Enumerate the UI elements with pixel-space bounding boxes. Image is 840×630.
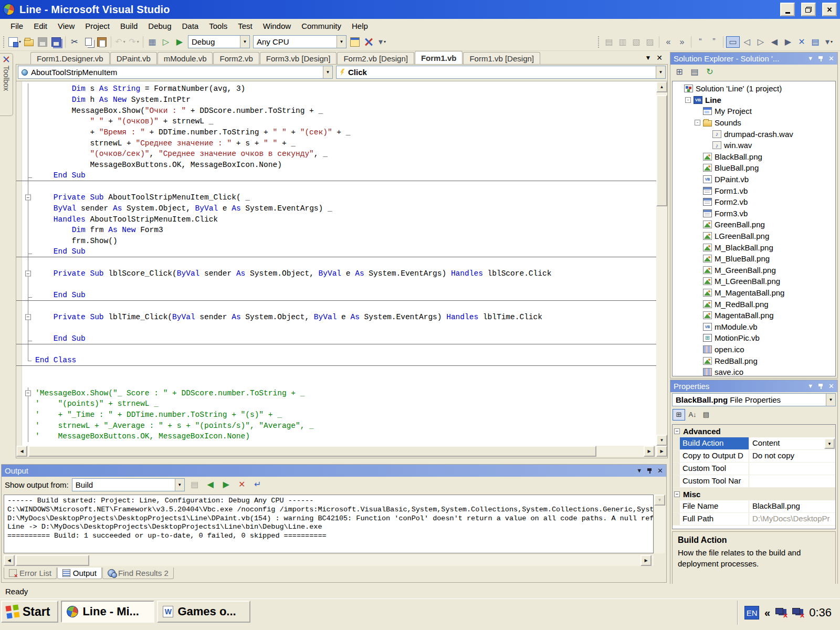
toggle-bookmark-button[interactable]: ▭ [726,36,740,48]
find-message-button[interactable]: ▤ [188,478,202,491]
alphabetical-button[interactable]: A↓ [686,409,699,421]
category-advanced[interactable]: −Advanced [673,425,835,437]
scroll-right-icon[interactable]: ▶ [644,446,655,457]
configuration-combo[interactable]: Debug ▼ [188,35,250,48]
open-file-button[interactable] [22,35,36,49]
event-dropdown[interactable]: Click ▼ [336,66,666,79]
tab-form2-vb-design[interactable]: Form2.vb [Design] [337,52,414,64]
decrease-indent-button[interactable]: « [662,35,675,49]
menu-item-project[interactable]: Project [80,20,115,32]
previous-message-button[interactable]: ◀ [204,478,217,491]
paste-button[interactable] [95,35,109,49]
horizontal-scroll-thumb[interactable] [16,555,89,566]
task-line-mi[interactable]: Line - Mi... [61,601,154,623]
fold-margin[interactable] [16,344,35,355]
word-wrap-button[interactable]: ↵ [251,478,265,491]
tree-item-my-project[interactable]: My Project [673,106,835,117]
tree-item-m-redball-png[interactable]: M_RedBall.png [673,298,835,310]
auto-hide-pin-icon[interactable] [818,56,824,62]
minimize-button[interactable] [780,3,795,16]
fold-margin[interactable] [16,181,35,192]
toolbar-overflow-button[interactable]: ▾▾ [375,35,389,49]
tree-item-m-blueball-png[interactable]: M_BlueBall.png [673,253,835,265]
code-line[interactable]: End Sub [16,333,656,344]
window-position-icon[interactable]: ▼ [807,383,813,389]
code-line[interactable]: End Sub [16,246,656,257]
scroll-down-icon[interactable]: ▼ [654,495,665,506]
fold-margin[interactable] [16,149,35,160]
code-line[interactable]: Dim h As New System.IntPtr [16,94,656,106]
scroll-down-icon[interactable]: ▼ [656,435,667,446]
code-line[interactable]: End Sub [16,171,656,182]
fold-margin[interactable] [16,127,35,138]
previous-bookmark-button[interactable]: ◁ [740,35,754,49]
fold-margin[interactable] [16,420,35,431]
chevron-down-icon[interactable]: ▾ [19,39,21,44]
fold-margin[interactable]: − [16,311,35,322]
chevron-down-icon[interactable]: ▾ [137,39,139,44]
code-line[interactable]: − Private Sub lblScore_Click(ByVal sende… [16,268,656,279]
toolbox-tab[interactable]: Toolbox [0,53,13,116]
tree-item-m-lgreenball-png[interactable]: M_LGreenBall.png [673,276,835,287]
tree-item-redball-png[interactable]: RedBall.png [673,355,835,366]
chevron-down-icon[interactable]: ▼ [824,438,835,449]
code-line[interactable] [16,181,656,192]
output-source-combo[interactable]: Build ▼ [72,478,185,491]
platform-combo[interactable]: Any CPU ▼ [253,35,346,48]
editor-horizontal-scrollbar[interactable]: ◀ ▶ ▶ [16,446,667,457]
menu-item-edit[interactable]: Edit [28,20,52,32]
fold-margin[interactable] [16,257,35,268]
code-line[interactable] [16,344,656,355]
property-copy-to-output-d[interactable]: Copy to Output DDo not copy [673,450,835,463]
properties-button[interactable]: ⊞ [673,65,686,79]
tab-mmodule-vb[interactable]: mModule.vb [158,52,213,64]
tree-item-form1-vb[interactable]: Form1.vb [673,185,835,196]
save-all-button[interactable] [49,35,63,49]
next-bookmark-button[interactable]: ▷ [754,35,768,49]
collapse-region-icon[interactable]: − [25,314,31,320]
chevron-down-icon[interactable]: ▼ [175,479,184,491]
window-position-icon[interactable]: ▼ [636,468,642,474]
tool-tab-find-results-2[interactable]: Find Results 2 [102,568,174,579]
fold-margin[interactable]: − [16,268,35,279]
language-indicator[interactable]: EN [744,606,759,620]
chevron-down-icon[interactable]: ▼ [240,36,249,48]
property-full-path[interactable]: Full PathD:\MyDocs\DesktopPr [673,513,835,526]
chevron-down-icon[interactable]: ▼ [656,66,665,78]
code-line[interactable]: − Private Sub AboutToolStripMenuItem_Cli… [16,192,656,203]
code-line[interactable]: MessageBoxButtons.OK, MessageBoxIcon.Non… [16,160,656,171]
property-value[interactable] [749,475,835,487]
chevron-down-icon[interactable]: ▾ [123,39,125,44]
tree-item-form3-vb[interactable]: Form3.vb [673,208,835,219]
code-line[interactable]: "(очков/сек)", "Среднее значение очков в… [16,149,656,160]
fold-margin[interactable] [16,236,35,247]
code-line[interactable]: " " + "(очков)" + strnewL _ [16,116,656,127]
tree-item-form2-vb[interactable]: Form2.vb [673,196,835,208]
collapse-region-icon[interactable]: − [25,390,31,396]
fold-margin[interactable]: − [16,192,35,203]
menu-item-community[interactable]: Community [296,20,346,32]
next-bookmark-folder-button[interactable]: ▶ [781,35,795,49]
code-line[interactable]: MessageBox.Show("Очки : " + DDScore.numb… [16,105,656,116]
fold-margin[interactable] [16,203,35,214]
code-line[interactable]: ' + "_Time : " + DDTime.number.ToString … [16,410,656,421]
chevron-down-icon[interactable]: ▾ [384,39,386,44]
fold-margin[interactable] [16,94,35,106]
menu-item-file[interactable]: File [5,20,28,32]
expander-icon[interactable]: - [685,97,691,103]
tool-tab-output[interactable]: Output [57,568,102,579]
menu-item-data[interactable]: Data [177,20,204,32]
code-line[interactable]: −'MessageBox.Show("_ Score : " + DDScore… [16,387,656,398]
toolbox-tools-button[interactable] [362,35,375,49]
fold-margin[interactable]: − [16,387,35,398]
menu-item-tools[interactable]: Tools [204,20,233,32]
previous-bookmark-folder-button[interactable]: ◀ [768,35,781,49]
fold-margin[interactable] [16,246,35,257]
property-value[interactable]: D:\MyDocs\DesktopPr [749,513,835,525]
fold-margin[interactable] [16,83,35,94]
tree-item-m-greenball-png[interactable]: M_GreenBall.png [673,265,835,276]
fold-margin[interactable] [16,290,35,300]
fold-margin[interactable] [16,322,35,333]
tree-item-drumpad-crash-wav[interactable]: drumpad-crash.wav [673,128,835,140]
tab-form3-vb-design[interactable]: Form3.vb [Design] [260,52,337,64]
